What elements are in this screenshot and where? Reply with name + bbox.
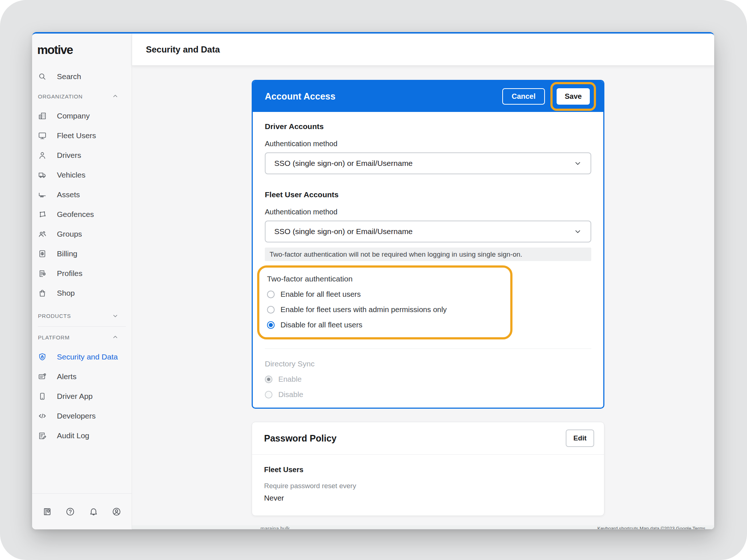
radio-option-enable-admin-only[interactable]: Enable for fleet users with admin permis… xyxy=(267,305,503,314)
content-area: Account Access Cancel Save Driver Accoun… xyxy=(132,66,714,529)
edit-button[interactable]: Edit xyxy=(566,429,594,447)
doc-pencil-icon xyxy=(38,431,47,440)
sidebar-item-developers[interactable]: Developers xyxy=(32,406,132,426)
motive-logo: motive xyxy=(37,43,132,57)
sidebar-item-driver-app[interactable]: Driver App xyxy=(32,386,132,406)
main-area: Security and Data Account Access Cancel … xyxy=(132,34,714,529)
driver-auth-method-select[interactable]: SSO (single sign-on) or Email/Username xyxy=(265,152,591,174)
radio-option-enable-all[interactable]: Enable for all fleet users xyxy=(267,290,503,299)
person-icon xyxy=(38,151,47,160)
sidebar-item-billing[interactable]: Billing xyxy=(32,244,132,264)
password-policy-header: Password Policy Edit xyxy=(252,422,604,455)
chevron-up-icon xyxy=(112,334,119,341)
sidebar-item-label: Audit Log xyxy=(57,431,89,440)
two-factor-annotation-box: Two-factor authentication Enable for all… xyxy=(257,265,512,339)
password-policy-panel: Password Policy Edit Fleet Users Require… xyxy=(252,422,604,516)
reset-every-label: Require password reset every xyxy=(264,482,592,490)
account-icon[interactable] xyxy=(105,507,128,517)
page-title: Security and Data xyxy=(146,44,220,55)
radio-unchecked-icon[interactable] xyxy=(267,306,275,314)
sidebar-item-search[interactable]: Search xyxy=(32,67,132,86)
section-label: PRODUCTS xyxy=(38,313,71,319)
invoice-icon xyxy=(38,249,47,258)
sidebar-item-label: Alerts xyxy=(57,372,77,381)
map-guide-icon[interactable] xyxy=(36,507,59,517)
selected-value: SSO (single sign-on) or Email/Username xyxy=(274,159,574,168)
screenshot-canvas: motive Search ORGANIZATION xyxy=(0,0,747,560)
account-access-body: Driver Accounts Authentication method SS… xyxy=(253,112,603,399)
driver-accounts-heading: Driver Accounts xyxy=(265,122,591,131)
save-button-annotation: Save xyxy=(550,82,596,111)
cancel-button[interactable]: Cancel xyxy=(502,88,545,105)
section-divider xyxy=(265,349,591,349)
radio-checked-icon[interactable] xyxy=(267,321,275,329)
two-factor-label: Two-factor authentication xyxy=(267,275,503,283)
people-icon xyxy=(38,230,47,238)
polygon-icon xyxy=(38,210,47,219)
radio-label: Enable for all fleet users xyxy=(280,290,361,299)
chevron-down-icon xyxy=(112,312,119,319)
phone-icon xyxy=(38,392,47,401)
radio-label: Disable xyxy=(278,390,303,399)
sso-2fa-note: Two-factor authentication will not be re… xyxy=(265,248,591,261)
sidebar-item-label: Fleet Users xyxy=(57,131,96,140)
page-header: Security and Data xyxy=(132,34,714,66)
fleet-auth-method-select[interactable]: SSO (single sign-on) or Email/Username xyxy=(265,221,591,242)
account-access-panel: Account Access Cancel Save Driver Accoun… xyxy=(252,80,604,409)
radio-unchecked-disabled-icon xyxy=(265,391,272,398)
sidebar-item-geofences[interactable]: Geofences xyxy=(32,205,132,224)
help-icon[interactable] xyxy=(59,507,82,517)
section-label: ORGANIZATION xyxy=(38,93,83,100)
sidebar-item-security-and-data[interactable]: Security and Data xyxy=(32,347,132,367)
sidebar-item-label: Billing xyxy=(57,249,77,258)
sidebar-item-label: Vehicles xyxy=(57,171,85,179)
panel-title: Password Policy xyxy=(264,433,566,444)
sidebar-item-groups[interactable]: Groups xyxy=(32,224,132,244)
trailer-icon xyxy=(38,190,47,199)
bell-icon[interactable] xyxy=(82,507,105,517)
radio-label: Enable xyxy=(278,375,302,384)
radio-unchecked-icon[interactable] xyxy=(267,291,275,298)
clipboard-gear-icon xyxy=(38,269,47,278)
sidebar-item-assets[interactable]: Assets xyxy=(32,185,132,205)
map-strip: maraina bulk Keyboard shortcuts Map data… xyxy=(132,525,714,529)
sidebar-item-shop[interactable]: Shop xyxy=(32,283,132,303)
save-button[interactable]: Save xyxy=(557,88,590,105)
reset-every-value: Never xyxy=(264,494,592,502)
auth-method-label: Authentication method xyxy=(265,208,591,216)
sidebar-item-audit-log[interactable]: Audit Log xyxy=(32,426,132,446)
sidebar-item-fleet-users[interactable]: Fleet Users xyxy=(32,126,132,145)
sidebar-item-label: Assets xyxy=(57,190,80,199)
selected-value: SSO (single sign-on) or Email/Username xyxy=(274,227,574,236)
directory-sync-section: Directory Sync Enable Disable xyxy=(265,359,591,399)
sidebar-item-alerts[interactable]: Alerts xyxy=(32,367,132,386)
sidebar-section-platform[interactable]: PLATFORM xyxy=(32,327,132,347)
sidebar: motive Search ORGANIZATION xyxy=(32,34,132,529)
sidebar-footer xyxy=(32,493,132,529)
radio-option-disable-all[interactable]: Disable for all fleet users xyxy=(267,320,503,329)
radio-option-disable-disabled: Disable xyxy=(265,390,591,399)
sidebar-item-label: Company xyxy=(57,112,90,120)
sidebar-item-label: Groups xyxy=(57,230,82,238)
code-icon xyxy=(38,412,47,420)
sidebar-item-vehicles[interactable]: Vehicles xyxy=(32,165,132,185)
sidebar-section-organization[interactable]: ORGANIZATION xyxy=(32,86,132,106)
monitor-icon xyxy=(38,131,47,140)
sidebar-nav-list: Search ORGANIZATION Company xyxy=(32,67,132,446)
shield-lock-icon xyxy=(38,353,47,361)
map-attribution: Keyboard shortcuts Map data ©2023 Google… xyxy=(597,526,705,529)
sidebar-item-label: Search xyxy=(57,72,81,81)
radio-checked-disabled-icon xyxy=(265,376,272,383)
radio-label: Disable for all fleet users xyxy=(280,320,362,329)
sidebar-item-drivers[interactable]: Drivers xyxy=(32,145,132,165)
sidebar-item-label: Security and Data xyxy=(57,353,118,361)
sidebar-item-label: Drivers xyxy=(57,151,81,160)
sidebar-item-label: Developers xyxy=(57,412,96,420)
sidebar-item-label: Profiles xyxy=(57,269,82,278)
sidebar-item-company[interactable]: Company xyxy=(32,106,132,126)
sidebar-item-profiles[interactable]: Profiles xyxy=(32,264,132,283)
fleet-user-accounts-heading: Fleet User Accounts xyxy=(265,190,591,199)
app-window: motive Search ORGANIZATION xyxy=(32,32,714,529)
radio-option-enable-disabled: Enable xyxy=(265,375,591,384)
sidebar-section-products[interactable]: PRODUCTS xyxy=(32,306,132,326)
